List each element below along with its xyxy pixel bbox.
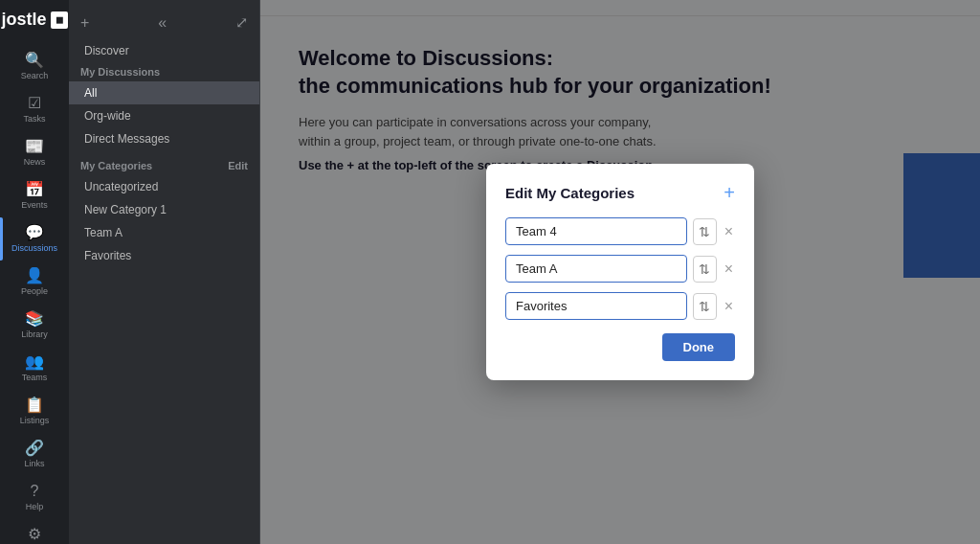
discussions-icon: 💬 bbox=[25, 225, 44, 240]
second-sidebar: + « ⤢ Discover My Discussions All Org-wi… bbox=[69, 0, 260, 544]
sidebar-item-label: Discussions bbox=[11, 243, 57, 253]
modal-add-button[interactable]: + bbox=[724, 183, 735, 202]
sidebar-item-help[interactable]: ? Help bbox=[0, 476, 69, 519]
sidebar-item-teams[interactable]: 👥 Teams bbox=[0, 347, 69, 390]
delete-button-1[interactable]: × bbox=[723, 223, 735, 240]
sidebar-item-discussions[interactable]: 💬 Discussions bbox=[0, 217, 69, 261]
nav-bottom: ? Help ⚙ Admin Settings GJ G JONES Set a… bbox=[0, 476, 69, 544]
listings-icon: 📋 bbox=[25, 397, 44, 413]
events-icon: 📅 bbox=[25, 182, 44, 197]
sidebar-item-label: Listings bbox=[20, 416, 50, 425]
sort-button-1[interactable]: ⇅ bbox=[693, 218, 717, 245]
people-icon: 👤 bbox=[25, 268, 44, 283]
expand-icon[interactable]: ⤢ bbox=[235, 13, 248, 32]
help-icon: ? bbox=[31, 484, 39, 499]
modal-footer: Done bbox=[505, 333, 735, 361]
sort-button-2[interactable]: ⇅ bbox=[693, 256, 717, 283]
category-row-2: ⇅ × bbox=[505, 255, 735, 283]
news-icon: 📰 bbox=[25, 139, 44, 154]
add-discussion-button[interactable]: + bbox=[80, 14, 89, 32]
sidebar-link-direct-messages[interactable]: Direct Messages bbox=[69, 127, 259, 150]
sidebar-item-library[interactable]: 📚 Library bbox=[0, 304, 69, 347]
delete-button-3[interactable]: × bbox=[723, 298, 735, 315]
teams-icon: 👥 bbox=[25, 354, 44, 370]
sidebar-item-label: Events bbox=[21, 200, 48, 210]
sidebar-link-uncategorized[interactable]: Uncategorized bbox=[69, 175, 259, 198]
sidebar-item-links[interactable]: 🔗 Links bbox=[0, 433, 69, 476]
sidebar-item-events[interactable]: 📅 Events bbox=[0, 174, 69, 217]
sidebar-item-tasks[interactable]: ☑ Tasks bbox=[0, 88, 69, 131]
sidebar-item-search[interactable]: 🔍 Search bbox=[0, 45, 69, 88]
sidebar-item-label: Library bbox=[21, 329, 48, 339]
my-categories-header: My Categories Edit bbox=[69, 150, 259, 175]
modal-title: Edit My Categories bbox=[505, 185, 635, 201]
my-categories-label: My Categories bbox=[80, 160, 152, 171]
category-row-1: ⇅ × bbox=[505, 217, 735, 245]
sidebar-item-label: News bbox=[24, 157, 46, 167]
sidebar-item-people[interactable]: 👤 People bbox=[0, 261, 69, 304]
sidebar-top-actions: + « ⤢ bbox=[69, 10, 259, 39]
sidebar-item-label: Help bbox=[26, 502, 44, 511]
main-content: Welcome to Discussions: the communicatio… bbox=[260, 0, 980, 544]
modal-overlay: Edit My Categories + ⇅ × ⇅ × ⇅ × bbox=[260, 0, 980, 544]
modal-header: Edit My Categories + bbox=[505, 183, 735, 202]
delete-button-2[interactable]: × bbox=[723, 261, 735, 278]
tasks-icon: ☑ bbox=[28, 96, 41, 111]
sidebar-item-news[interactable]: 📰 News bbox=[0, 131, 69, 174]
sidebar-item-label: Links bbox=[24, 459, 44, 468]
sidebar-link-org-wide[interactable]: Org-wide bbox=[69, 104, 259, 127]
logo-text: jostle bbox=[2, 10, 47, 30]
sidebar-link-new-category-1[interactable]: New Category 1 bbox=[69, 198, 259, 221]
category-input-3[interactable] bbox=[505, 292, 687, 320]
sidebar-item-label: Teams bbox=[22, 373, 48, 382]
admin-icon: ⚙ bbox=[28, 527, 41, 542]
sidebar-item-label: People bbox=[21, 286, 48, 296]
sort-button-3[interactable]: ⇅ bbox=[693, 293, 717, 320]
collapse-sidebar-button[interactable]: « bbox=[158, 14, 167, 32]
sidebar-item-listings[interactable]: 📋 Listings bbox=[0, 390, 69, 433]
edit-categories-link[interactable]: Edit bbox=[228, 160, 248, 171]
logo-icon: ◼ bbox=[51, 11, 68, 29]
sidebar-item-label: Tasks bbox=[23, 114, 45, 124]
done-button[interactable]: Done bbox=[662, 333, 736, 361]
sidebar-link-favorites[interactable]: Favorites bbox=[69, 244, 259, 267]
category-input-2[interactable] bbox=[505, 255, 687, 283]
category-input-1[interactable] bbox=[505, 217, 687, 245]
search-icon: 🔍 bbox=[25, 53, 44, 68]
library-icon: 📚 bbox=[25, 311, 44, 327]
left-navigation: jostle ◼ 🔍 Search ☑ Tasks 📰 News 📅 Event… bbox=[0, 0, 69, 544]
category-row-3: ⇅ × bbox=[505, 292, 735, 320]
my-discussions-label: My Discussions bbox=[69, 62, 259, 81]
app-logo: jostle ◼ bbox=[0, 10, 76, 30]
sidebar-link-all[interactable]: All bbox=[69, 81, 259, 104]
sidebar-link-team-a[interactable]: Team A bbox=[69, 221, 259, 244]
sidebar-item-admin[interactable]: ⚙ Admin Settings bbox=[0, 519, 69, 544]
sidebar-link-discover[interactable]: Discover bbox=[69, 39, 259, 62]
sidebar-item-label: Search bbox=[21, 71, 49, 80]
edit-categories-modal: Edit My Categories + ⇅ × ⇅ × ⇅ × bbox=[486, 164, 754, 380]
links-icon: 🔗 bbox=[25, 441, 44, 456]
